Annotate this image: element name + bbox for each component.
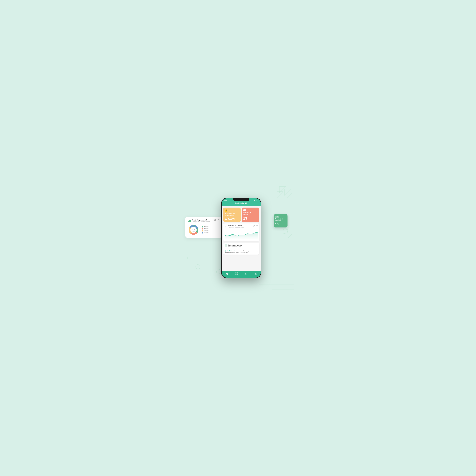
clock-icon bbox=[214, 219, 216, 221]
quote-desc: Quote with id CLIQ-10 has total price of… bbox=[225, 252, 249, 253]
home-indicator bbox=[235, 277, 248, 277]
floating-card-subtitle: Total project number per month bbox=[192, 221, 210, 222]
svg-line-29 bbox=[254, 226, 254, 226]
svg-rect-37 bbox=[225, 246, 227, 246]
location-icon: ▲ bbox=[227, 199, 229, 201]
svg-marker-0 bbox=[279, 187, 286, 193]
phone-screen: 5:32 ▲ ▲ ▲ ▪▪ DASHBOARD 💰 bbox=[222, 198, 261, 278]
svg-rect-14 bbox=[188, 221, 189, 222]
svg-point-7 bbox=[196, 265, 200, 269]
phone: 5:32 ▲ ▲ ▲ ▪▪ DASHBOARD 💰 bbox=[221, 198, 261, 278]
chart-subtitle: Total project number per month bbox=[228, 227, 244, 228]
floating-card-text: Projects per month Total project number … bbox=[192, 219, 210, 222]
stat-label-value: Total $ value of all pending quotes bbox=[225, 213, 239, 216]
floating-card-header: Projects per month Total project number … bbox=[188, 219, 219, 222]
legend-dot-3 bbox=[202, 230, 203, 232]
stat-value-incomplete: 13 bbox=[243, 217, 258, 221]
svg-point-31 bbox=[231, 235, 232, 235]
chart-text: Projects per month Total project number … bbox=[228, 225, 244, 228]
quote-time: created 5 days ago bbox=[239, 250, 249, 252]
legend-dot-4 bbox=[202, 232, 203, 234]
svg-point-30 bbox=[225, 236, 225, 237]
svg-text:$: $ bbox=[245, 272, 247, 275]
stat-value-amount: $239,394 bbox=[225, 217, 239, 220]
svg-line-19 bbox=[215, 220, 215, 220]
legend-label-2: 22/9/2019 bbox=[204, 228, 209, 230]
quote-item-header-row: Quote CKIQ - 10 created 5 days ago bbox=[225, 250, 249, 252]
nav-grid[interactable] bbox=[235, 272, 238, 275]
svg-point-32 bbox=[238, 235, 239, 236]
quote-item-left: Quote CKIQ - 10 created 5 days ago Quote… bbox=[225, 250, 249, 253]
chart-card-title-area: Projects per month Total project number … bbox=[225, 225, 244, 228]
clock-icon-small bbox=[253, 225, 255, 227]
signal-icon: ▲ bbox=[254, 199, 255, 201]
stat-card-incomplete[interactable]: 123 Total projects - incomplete 13 bbox=[242, 207, 259, 222]
svg-point-34 bbox=[253, 233, 254, 234]
app-content: 💰 Total $ value of all pending quotes $2… bbox=[222, 206, 261, 271]
number-icon: 123 bbox=[243, 209, 258, 211]
svg-rect-42 bbox=[237, 274, 238, 275]
quotes-title: Incomplete quotes bbox=[228, 244, 242, 246]
svg-marker-5 bbox=[288, 234, 292, 238]
trend-icon bbox=[255, 225, 258, 226]
phone-notch bbox=[233, 198, 249, 201]
dollar-icon: $ bbox=[245, 272, 247, 275]
chart-card-header: Projects per month Total project number … bbox=[225, 225, 258, 228]
floating-card-title: Projects per month bbox=[192, 219, 210, 221]
money-icon: 💰 bbox=[225, 209, 239, 212]
battery-icon: ▪▪ bbox=[257, 199, 258, 201]
popup-card-label: Total projects - complete bbox=[275, 218, 286, 221]
svg-rect-16 bbox=[190, 220, 191, 222]
svg-point-44 bbox=[255, 272, 256, 274]
app-header: DASHBOARD bbox=[222, 201, 261, 206]
nav-home[interactable] bbox=[225, 272, 228, 275]
legend-dot-2 bbox=[202, 228, 203, 229]
bar-chart-icon bbox=[188, 219, 191, 222]
line-chart bbox=[225, 229, 258, 239]
home-icon bbox=[225, 272, 228, 275]
svg-rect-8 bbox=[216, 269, 221, 273]
time-display: 5:32 bbox=[224, 199, 227, 201]
line-chart-icon bbox=[217, 219, 219, 221]
donut-chart: 31 Total bbox=[188, 224, 199, 236]
quotes-section: Incomplete quotes List of incomplete quo… bbox=[223, 243, 259, 255]
legend-label-3: 1/10/2019 bbox=[204, 230, 209, 232]
card-actions bbox=[214, 219, 219, 221]
svg-marker-3 bbox=[287, 193, 292, 198]
quotes-text: Incomplete quotes List of incomplete quo… bbox=[228, 244, 242, 247]
floating-card-body: 31 Total 12/8/2019 22/9/2019 1/10/2019 bbox=[188, 224, 219, 236]
quotes-header: Incomplete quotes List of incomplete quo… bbox=[223, 243, 259, 249]
floating-card: Projects per month Total project number … bbox=[185, 217, 222, 238]
stat-label-incomplete: Total projects - incomplete bbox=[243, 212, 258, 215]
chart-card: Projects per month Total project number … bbox=[223, 223, 259, 241]
donut-center: 31 Total bbox=[192, 227, 195, 232]
nav-user[interactable] bbox=[255, 272, 257, 275]
svg-rect-38 bbox=[225, 247, 227, 247]
status-icons: ▲ ▲ ▪▪ bbox=[254, 199, 258, 201]
legend-dot-1 bbox=[202, 226, 203, 227]
svg-rect-24 bbox=[225, 226, 225, 227]
popup-card: 123 Total projects - complete 13 bbox=[274, 214, 288, 227]
popup-card-value: 13 bbox=[275, 222, 286, 226]
legend-item-1: 12/8/2019 bbox=[202, 226, 209, 228]
quote-item[interactable]: Quote CKIQ - 10 created 5 days ago Quote… bbox=[223, 249, 259, 255]
user-icon bbox=[255, 272, 257, 275]
donut-label: Total bbox=[192, 231, 195, 232]
legend-label-1: 12/8/2019 bbox=[204, 226, 209, 228]
quotes-subtitle: List of incomplete quotes bbox=[228, 246, 242, 247]
legend-item-4: 3/11/2019 bbox=[202, 232, 209, 234]
quote-arrow-icon: › bbox=[257, 251, 258, 253]
svg-text:+: + bbox=[187, 256, 189, 260]
app-title: DASHBOARD bbox=[235, 202, 247, 204]
nav-dollar[interactable]: $ bbox=[245, 272, 247, 275]
svg-rect-41 bbox=[235, 274, 236, 275]
stat-card-value[interactable]: 💰 Total $ value of all pending quotes $2… bbox=[223, 207, 241, 222]
donut-number: 31 bbox=[192, 227, 195, 230]
wifi-icon: ▲ bbox=[255, 199, 257, 201]
grid-icon bbox=[235, 272, 238, 275]
svg-marker-2 bbox=[277, 192, 283, 198]
svg-rect-4 bbox=[283, 229, 288, 234]
chart-legend: 12/8/2019 22/9/2019 1/10/2019 3/11/2019 bbox=[202, 226, 209, 234]
list-icon bbox=[225, 244, 227, 247]
svg-rect-15 bbox=[189, 220, 190, 222]
